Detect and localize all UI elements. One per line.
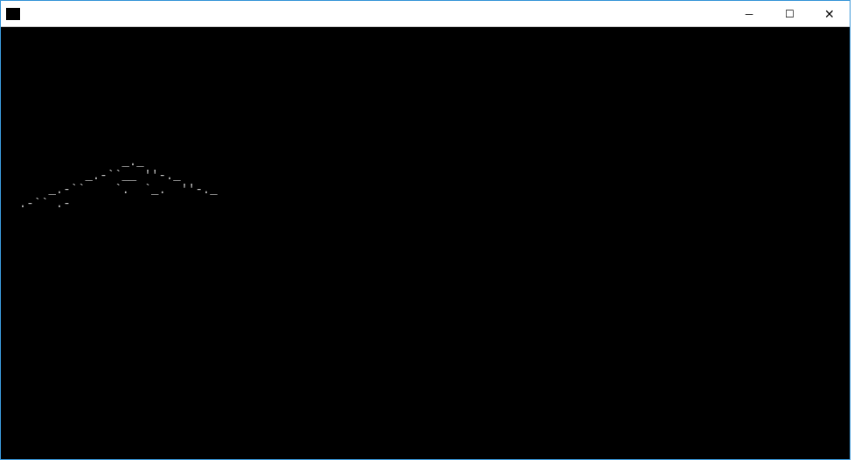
maximize-button[interactable]: ☐ xyxy=(769,1,809,26)
close-button[interactable]: ✕ xyxy=(809,1,850,26)
titlebar[interactable]: ─ ☐ ✕ xyxy=(1,1,850,27)
window-controls: ─ ☐ ✕ xyxy=(729,1,850,26)
cmd-icon xyxy=(6,8,20,20)
cmd-window: ─ ☐ ✕ _._ _.-``__ ''-._ _.-`` `. `_. ''-… xyxy=(0,0,851,460)
console-output[interactable]: _._ _.-``__ ''-._ _.-`` `. `_. ''-._ .-`… xyxy=(1,27,850,459)
minimize-button[interactable]: ─ xyxy=(729,1,769,26)
